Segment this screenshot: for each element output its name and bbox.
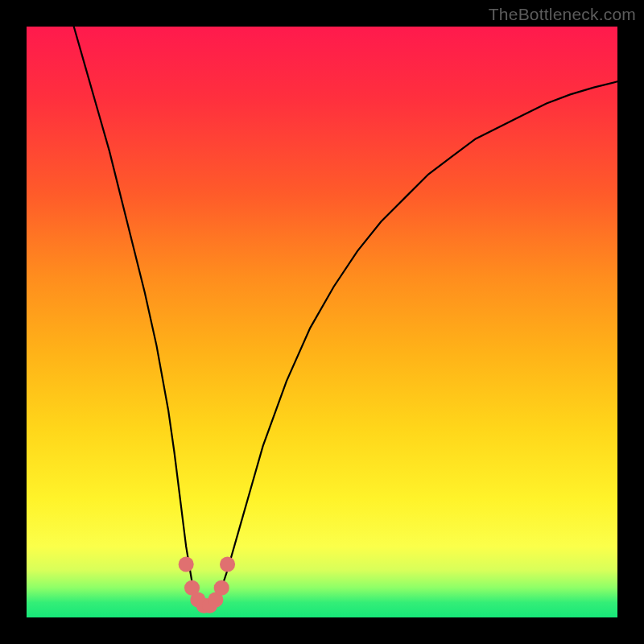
trough-marker	[214, 580, 229, 596]
chart-frame: TheBottleneck.com	[0, 0, 644, 644]
curve-layer	[27, 27, 617, 617]
watermark-text: TheBottleneck.com	[489, 5, 636, 24]
plot-area	[27, 27, 617, 617]
bottleneck-curve	[74, 27, 617, 605]
trough-marker	[179, 556, 194, 572]
trough-marker	[220, 556, 235, 572]
trough-markers	[179, 556, 235, 613]
